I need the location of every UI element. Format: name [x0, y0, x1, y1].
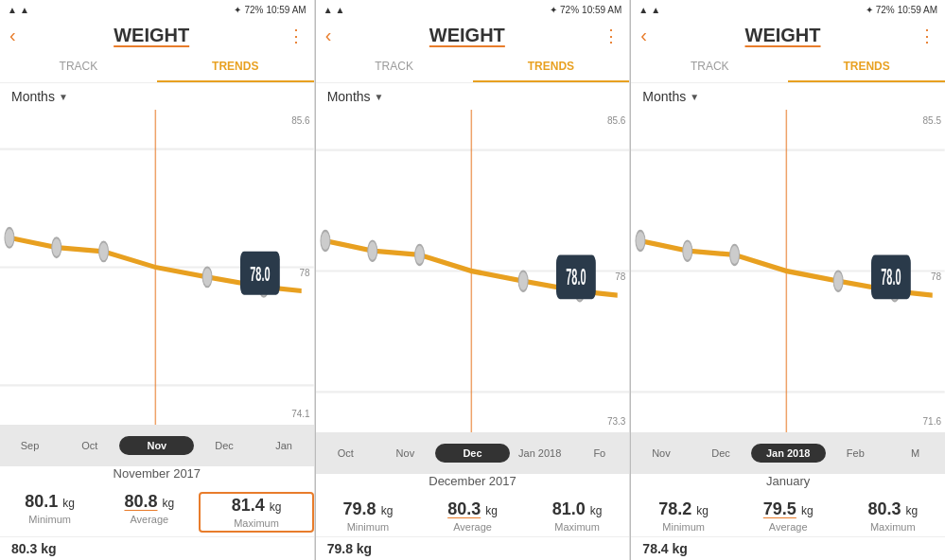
back-button[interactable]: ‹ [9, 25, 16, 46]
tab-trends[interactable]: TRENDS [157, 52, 314, 82]
stat-item: 81.0 kg Maximum [525, 499, 630, 533]
svg-point-28 [730, 245, 740, 265]
y-min-label: 73.3 [607, 416, 625, 427]
stat-unit: kg [485, 504, 498, 517]
timeline-month[interactable]: Nov [119, 436, 194, 455]
timeline-month[interactable]: Feb [826, 447, 885, 459]
svg-point-17 [414, 245, 424, 265]
bottom-row: 80.3 kg [0, 536, 314, 560]
stat-value: 80.3 kg [840, 499, 945, 519]
menu-button[interactable]: ⋮ [288, 26, 305, 46]
y-max-label: 85.5 [923, 115, 941, 126]
chart-area: 85.6 78 74.1 78.0 [0, 110, 314, 425]
timeline-month[interactable]: Nov [631, 447, 691, 459]
stat-label: Average [736, 521, 841, 533]
timeline-month[interactable]: Jan 2018 [510, 447, 569, 459]
tab-trends[interactable]: TRENDS [473, 52, 630, 82]
svg-point-5 [52, 237, 61, 257]
stat-number: 80.1 [25, 492, 58, 511]
tab-track[interactable]: TRACK [0, 52, 157, 82]
back-button[interactable]: ‹ [640, 25, 647, 46]
stat-label: Maximum [525, 521, 630, 533]
stat-unit: kg [163, 497, 175, 510]
tab-trends[interactable]: TRENDS [788, 52, 945, 82]
stat-unit: kg [801, 504, 814, 517]
timeline-month[interactable]: Nov [376, 447, 435, 459]
chart-area: 85.5 78 71.6 78.0 [631, 110, 945, 432]
period-dropdown-icon: ▼ [690, 92, 699, 102]
battery-icon: 72% [244, 5, 263, 15]
stat-label: Minimum [0, 514, 99, 525]
timeline-month[interactable]: Jan [254, 440, 314, 451]
weight-chart: 78.0 [631, 110, 945, 432]
stat-unit: kg [905, 504, 918, 517]
signal-icon: ▲ [20, 5, 29, 15]
stat-value: 80.1 kg [0, 492, 99, 512]
stat-number: 78.2 [658, 499, 691, 518]
stat-number: 81.4 [232, 496, 265, 515]
timeline-month[interactable]: Fo [569, 447, 629, 459]
stats-row: 80.1 kg Minimum 80.8 kg Average 81.4 kg [0, 488, 314, 536]
status-bar: ▲ ▲ ✦ 72% 10:59 AM [631, 0, 945, 19]
chart-area: 85.6 78 73.3 78.0 [316, 110, 630, 432]
svg-point-6 [99, 241, 109, 261]
menu-button[interactable]: ⋮ [603, 26, 620, 46]
signal-icon: ▲ [336, 5, 345, 15]
page-title: WEIGHT [745, 25, 821, 46]
timeline-month[interactable]: Dec [435, 444, 510, 463]
period-selector[interactable]: Months ▼ [316, 83, 630, 110]
svg-point-27 [683, 241, 692, 261]
stat-item: 80.1 kg Minimum [0, 492, 99, 533]
stat-item: 80.8 kg Average [99, 492, 199, 533]
stat-label: Maximum [840, 521, 945, 533]
tab-track[interactable]: TRACK [316, 52, 473, 82]
bluetooth-icon: ✦ [866, 5, 873, 15]
bottom-value: 78.4 kg [642, 541, 687, 556]
timeline-month[interactable]: Jan 2018 [751, 444, 826, 463]
page-title: WEIGHT [429, 25, 505, 46]
stat-value: 81.4 kg [206, 496, 306, 516]
timeline-month[interactable]: Dec [691, 447, 750, 459]
period-label: Months [11, 89, 55, 104]
tab-track[interactable]: TRACK [631, 52, 788, 82]
stat-unit: kg [696, 504, 709, 517]
period-selector[interactable]: Months ▼ [0, 83, 314, 110]
timeline: OctNovDecJan 2018Fo [316, 432, 630, 474]
y-min-label: 71.6 [923, 416, 941, 427]
period-selector[interactable]: Months ▼ [631, 83, 945, 110]
stat-value: 80.3 kg [420, 499, 525, 519]
stat-unit: kg [381, 504, 394, 517]
timeline-month[interactable]: Dec [194, 440, 254, 451]
stat-unit: kg [270, 500, 282, 514]
status-left: ▲ ▲ [8, 5, 29, 15]
timeline-month[interactable]: Oct [316, 447, 376, 459]
bluetooth-icon: ✦ [234, 5, 241, 15]
status-right: ✦ 72% 10:59 AM [550, 5, 621, 15]
stat-number: 80.3 [447, 499, 481, 518]
bottom-value: 80.3 kg [11, 541, 56, 556]
bottom-value: 79.8 kg [327, 541, 372, 556]
period-dropdown-icon: ▼ [59, 92, 68, 102]
timeline-month[interactable]: Oct [60, 440, 119, 451]
stat-unit: kg [62, 497, 75, 510]
tabs-bar: TRACKTRENDS [631, 52, 945, 83]
svg-point-16 [367, 241, 376, 261]
y-max-label: 85.6 [291, 115, 309, 126]
menu-button[interactable]: ⋮ [919, 26, 936, 46]
stat-label: Average [420, 521, 525, 533]
status-left: ▲ ▲ [639, 5, 660, 15]
stat-number: 79.8 [343, 499, 376, 518]
timeline: SepOctNovDecJan [0, 425, 314, 466]
notification-icon: ▲ [639, 5, 648, 15]
stat-number: 80.3 [867, 499, 901, 518]
timeline-month[interactable]: Sep [0, 440, 60, 451]
period-dropdown-icon: ▼ [375, 92, 384, 102]
back-button[interactable]: ‹ [325, 25, 332, 46]
stat-number: 80.8 [124, 492, 157, 511]
stats-row: 78.2 kg Minimum 79.5 kg Average 80.3 kg [631, 496, 945, 536]
stat-number: 81.0 [552, 499, 586, 518]
stat-item: 80.3 kg Maximum [840, 499, 945, 533]
timeline-month[interactable]: M [885, 447, 945, 459]
header: ‹ WEIGHT ⋮ [0, 19, 314, 52]
svg-point-29 [833, 271, 843, 291]
